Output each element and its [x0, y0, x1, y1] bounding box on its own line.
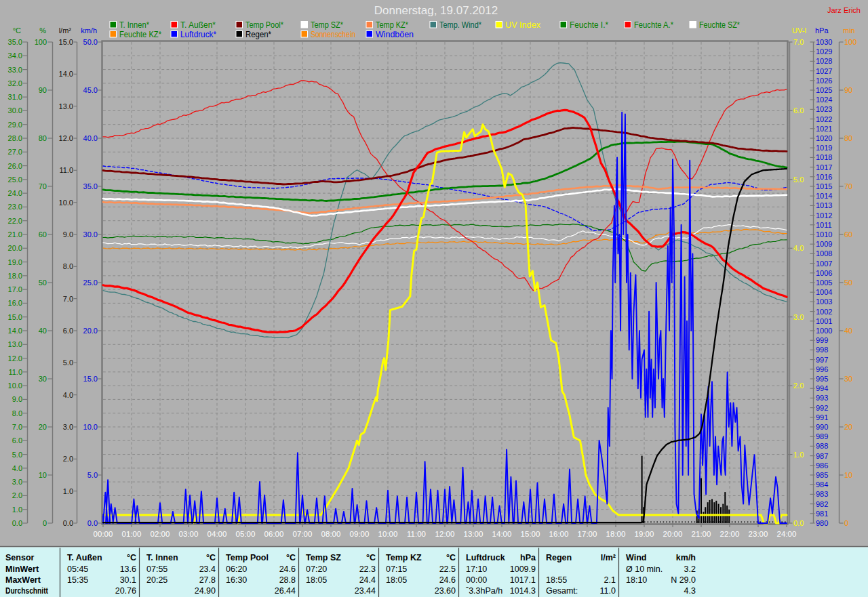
svg-text:1006: 1006 [816, 269, 832, 277]
svg-text:05:45: 05:45 [67, 564, 88, 574]
svg-text:6.0: 6.0 [12, 436, 22, 445]
svg-text:1007: 1007 [816, 260, 832, 268]
svg-text:11.0: 11.0 [59, 166, 73, 174]
svg-text:14:00: 14:00 [492, 530, 512, 538]
svg-text:18:00: 18:00 [606, 530, 626, 538]
svg-text:22.0: 22.0 [8, 217, 22, 225]
svg-text:40: 40 [39, 327, 47, 335]
svg-text:8.0: 8.0 [12, 409, 22, 417]
svg-text:MinWert: MinWert [5, 564, 39, 574]
svg-text:33.0: 33.0 [8, 66, 22, 74]
svg-text:32.0: 32.0 [8, 79, 22, 87]
svg-text:1012: 1012 [816, 211, 832, 220]
svg-text:Donnerstag, 19.07.2012: Donnerstag, 19.07.2012 [374, 4, 498, 17]
svg-text:14.0: 14.0 [8, 327, 22, 335]
svg-text:1.0: 1.0 [793, 451, 804, 459]
svg-text:12.0: 12.0 [8, 354, 22, 363]
svg-text:0.0: 0.0 [793, 519, 804, 527]
svg-text:24:00: 24:00 [777, 530, 797, 538]
svg-text:997: 997 [816, 356, 828, 364]
svg-text:Feuchte A.*: Feuchte A.* [634, 20, 673, 30]
svg-text:29.0: 29.0 [8, 121, 22, 129]
svg-text:01:00: 01:00 [122, 530, 142, 538]
svg-text:20:00: 20:00 [663, 530, 683, 538]
svg-text:23:00: 23:00 [749, 530, 768, 538]
svg-text:15.0: 15.0 [8, 313, 22, 321]
svg-text:Gesamt:: Gesamt: [546, 586, 578, 596]
svg-text:06:20: 06:20 [226, 564, 247, 574]
svg-text:31.0: 31.0 [8, 93, 22, 101]
svg-text:16:30: 16:30 [226, 575, 247, 585]
svg-text:2.1: 2.1 [604, 575, 616, 585]
svg-text:2.0: 2.0 [12, 491, 22, 499]
svg-text:13.0: 13.0 [8, 340, 22, 348]
svg-text:1009: 1009 [816, 240, 832, 248]
svg-text:70: 70 [39, 182, 47, 190]
svg-text:16:00: 16:00 [549, 530, 569, 538]
svg-text:11.0: 11.0 [600, 586, 616, 596]
svg-text:24.6: 24.6 [279, 564, 296, 574]
svg-text:1015: 1015 [816, 182, 832, 190]
svg-text:1022: 1022 [816, 115, 832, 123]
svg-text:07:00: 07:00 [293, 530, 313, 538]
svg-text:25.0: 25.0 [8, 176, 22, 184]
svg-text:100: 100 [844, 38, 856, 46]
svg-text:l/m²: l/m² [59, 26, 72, 35]
svg-text:4.0: 4.0 [12, 464, 22, 472]
svg-text:1030: 1030 [816, 38, 832, 46]
svg-text:Temp SZ*: Temp SZ* [311, 20, 343, 30]
svg-text:21:00: 21:00 [692, 530, 711, 538]
svg-text:Feuchte SZ*: Feuchte SZ* [699, 20, 740, 30]
svg-text:1009.9: 1009.9 [510, 564, 536, 574]
svg-text:23.60: 23.60 [435, 586, 456, 596]
svg-text:Temp KZ*: Temp KZ* [376, 20, 408, 30]
svg-text:l/m²: l/m² [601, 553, 616, 562]
svg-text:07:20: 07:20 [306, 564, 327, 574]
svg-text:27.0: 27.0 [8, 148, 22, 156]
svg-text:100: 100 [35, 38, 47, 46]
svg-text:12:00: 12:00 [435, 530, 455, 538]
svg-text:07:15: 07:15 [386, 564, 407, 574]
svg-text:12.0: 12.0 [59, 134, 73, 142]
svg-text:Ø 10 min.: Ø 10 min. [626, 564, 663, 574]
svg-text:ˆ3.3hPa/h: ˆ3.3hPa/h [466, 586, 502, 596]
svg-text:19.0: 19.0 [8, 258, 22, 266]
svg-text:°C: °C [446, 553, 456, 562]
svg-text:Sensor: Sensor [5, 553, 35, 562]
svg-text:1026: 1026 [816, 77, 832, 85]
svg-text:1028: 1028 [816, 57, 832, 65]
svg-text:2.0: 2.0 [793, 382, 804, 390]
svg-text:18:05: 18:05 [306, 575, 327, 585]
svg-text:Feuchte KZ*: Feuchte KZ* [119, 30, 161, 39]
svg-text:Feuchte I.*: Feuchte I.* [570, 20, 608, 30]
svg-text:18:05: 18:05 [386, 575, 407, 585]
svg-text:8.0: 8.0 [63, 262, 73, 270]
svg-text:13.6: 13.6 [120, 564, 136, 574]
svg-text:1025: 1025 [816, 86, 832, 94]
svg-text:Temp Pool*: Temp Pool* [245, 20, 283, 30]
svg-text:4.3: 4.3 [684, 586, 696, 596]
svg-text:N 29.0: N 29.0 [671, 575, 696, 585]
svg-text:°C: °C [13, 26, 21, 35]
svg-text:Regen*: Regen* [245, 30, 271, 39]
svg-text:26.0: 26.0 [8, 162, 22, 170]
svg-text:4.0: 4.0 [63, 391, 73, 399]
svg-text:3.0: 3.0 [63, 423, 73, 431]
svg-text:22.5: 22.5 [439, 564, 456, 574]
svg-text:3.0: 3.0 [12, 478, 22, 486]
svg-text:30.0: 30.0 [8, 106, 22, 115]
svg-text:11:00: 11:00 [407, 530, 426, 538]
svg-text:1008: 1008 [816, 249, 832, 258]
svg-text:999: 999 [816, 336, 828, 344]
svg-text:991: 991 [816, 413, 828, 421]
svg-text:50: 50 [844, 279, 852, 287]
svg-text:T. Außen*: T. Außen* [180, 20, 216, 30]
svg-text:15:00: 15:00 [521, 530, 540, 538]
svg-text:35.0: 35.0 [83, 182, 98, 190]
svg-text:989: 989 [816, 432, 828, 440]
svg-text:Temp SZ: Temp SZ [306, 553, 341, 562]
svg-text:60: 60 [39, 230, 47, 239]
svg-text:24.90: 24.90 [195, 586, 216, 596]
svg-text:90: 90 [844, 86, 852, 94]
svg-text:1000: 1000 [816, 327, 832, 335]
